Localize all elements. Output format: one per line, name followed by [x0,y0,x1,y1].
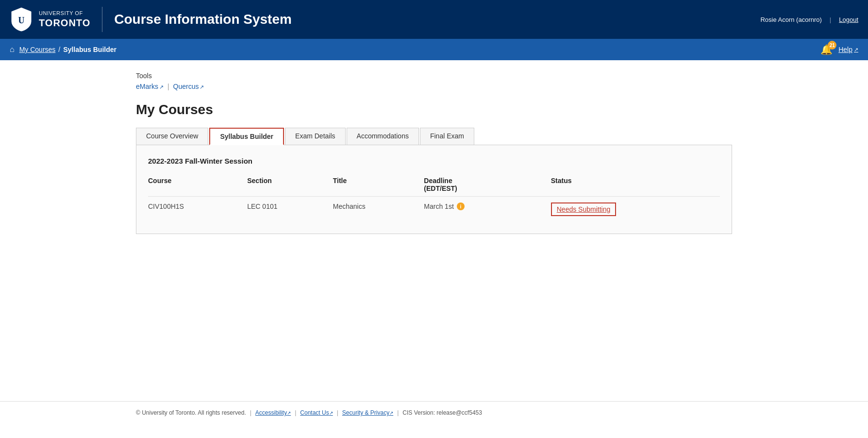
header-divider: | [830,16,831,23]
tabs-container: Course Overview Syllabus Builder Exam De… [136,127,732,145]
main-content: Tools eMarks↗ | Quercus↗ My Courses Cour… [0,60,868,401]
col-status: Status [551,173,720,197]
footer-sep-3: | [337,409,338,416]
uoft-logo-icon: U [10,7,33,32]
footer: © University of Toronto. All rights rese… [0,401,868,424]
tab-exam-details[interactable]: Exam Details [285,128,345,145]
course-table: Course Section Title Deadline (EDT/EST) … [148,173,720,222]
contact-link[interactable]: Contact Us↗ [300,409,333,416]
breadcrumb-my-courses[interactable]: My Courses [19,46,56,53]
col-section: Section [247,173,333,197]
home-icon: ⌂ [10,45,15,54]
cell-status[interactable]: Needs Submitting [551,197,720,222]
site-title: Course Information System [114,12,292,27]
notification-badge: 21 [828,41,836,50]
logo-text: UNIVERSITY OF TORONTO [39,10,90,29]
footer-sep-4: | [397,409,399,416]
quercus-external-icon: ↗ [200,84,204,90]
external-link-icon: ↗ [854,47,858,53]
tools-separator: | [167,83,169,90]
emarks-link[interactable]: eMarks↗ [136,83,164,90]
header: U UNIVERSITY OF TORONTO Course Informati… [0,0,868,39]
table-panel: 2022-2023 Fall-Winter Session Course Sec… [136,145,732,234]
accessibility-ext-icon: ↗ [287,410,291,416]
tools-section: Tools eMarks↗ | Quercus↗ [136,72,732,90]
cis-version: CIS Version: release@ccf5453 [402,409,482,416]
emarks-external-icon: ↗ [159,84,164,90]
footer-copyright: © University of Toronto. All rights rese… [136,409,246,416]
user-name: Rosie Acorn (acornro) [760,16,821,23]
breadcrumb: ⌂ My Courses / Syllabus Builder [10,45,117,54]
accessibility-link[interactable]: Accessibility↗ [255,409,291,416]
nav-right: 🔔 21 Help ↗ [820,44,858,55]
breadcrumb-current: Syllabus Builder [63,46,117,53]
tab-syllabus-builder[interactable]: Syllabus Builder [209,128,284,145]
deadline-info-icon[interactable]: i [457,202,465,210]
header-left: U UNIVERSITY OF TORONTO Course Informati… [10,7,292,32]
deadline-date: March 1st [424,202,453,210]
security-privacy-link[interactable]: Security & Privacy↗ [342,409,393,416]
cell-deadline: March 1st i [424,197,551,222]
tab-course-overview[interactable]: Course Overview [136,128,208,145]
notifications-bell[interactable]: 🔔 21 [820,44,833,55]
page-heading: My Courses [136,102,732,118]
footer-sep-1: | [250,409,251,416]
tools-label: Tools [136,72,732,80]
tab-final-exam[interactable]: Final Exam [420,128,474,145]
contact-ext-icon: ↗ [329,410,333,416]
security-ext-icon: ↗ [389,410,393,416]
breadcrumb-separator: / [58,46,60,53]
tools-links: eMarks↗ | Quercus↗ [136,83,732,90]
col-deadline: Deadline (EDT/EST) [424,173,551,197]
table-row: CIV100H1S LEC 0101 Mechanics March 1st i… [148,197,720,222]
svg-text:U: U [18,16,25,25]
header-logo: U UNIVERSITY OF TORONTO [10,7,102,32]
cell-section: LEC 0101 [247,197,333,222]
logout-link[interactable]: Logout [839,16,858,23]
needs-submitting-link[interactable]: Needs Submitting [551,202,617,216]
tab-accommodations[interactable]: Accommodations [347,128,419,145]
session-heading: 2022-2023 Fall-Winter Session [148,157,720,165]
col-course: Course [148,173,247,197]
col-title: Title [333,173,424,197]
help-link[interactable]: Help ↗ [838,46,858,53]
header-right: Rosie Acorn (acornro) | Logout [760,16,858,23]
cell-course: CIV100H1S [148,197,247,222]
nav-bar: ⌂ My Courses / Syllabus Builder 🔔 21 Hel… [0,39,868,60]
cell-title: Mechanics [333,197,424,222]
footer-sep-2: | [295,409,296,416]
quercus-link[interactable]: Quercus↗ [173,83,204,90]
